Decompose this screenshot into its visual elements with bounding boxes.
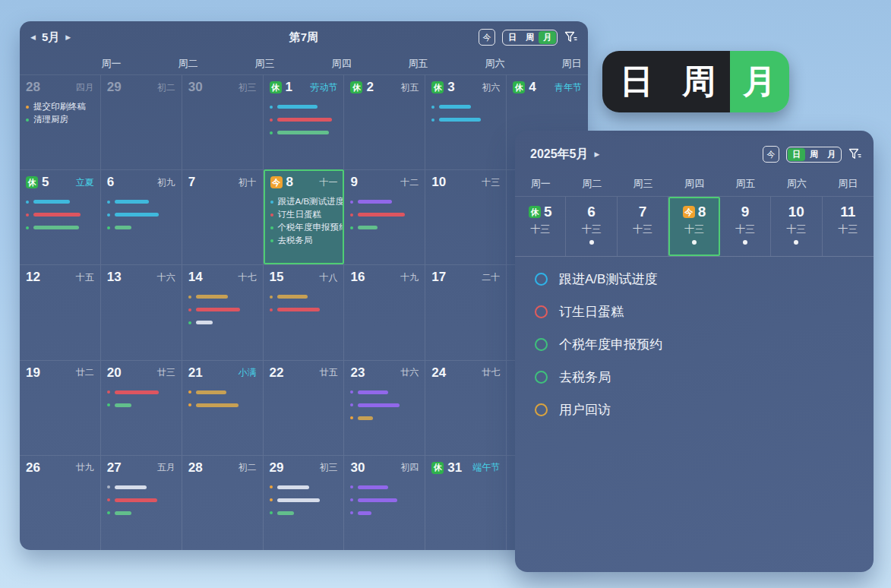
calendar-cell[interactable]: 26廿九 (20, 455, 101, 550)
calendar-cell[interactable]: 20廿三 (101, 360, 182, 455)
back-to-today-icon[interactable]: 今 (479, 29, 495, 46)
calendar-cell[interactable]: 17二十 (425, 264, 507, 359)
event-item[interactable]: 提交印刷终稿 (26, 100, 94, 113)
calendar-cell[interactable]: 16十九 (344, 264, 425, 359)
event-bar-item[interactable] (26, 195, 94, 208)
calendar-cell[interactable]: 6初九 (101, 169, 182, 264)
badge-view-option-day[interactable]: 日 (602, 51, 668, 112)
calendar-cell[interactable]: 22廿五 (264, 360, 345, 455)
event-bar-item[interactable] (188, 303, 257, 316)
task-status-circle[interactable] (535, 371, 548, 384)
prev-month-arrow-icon[interactable]: ◀ (30, 33, 36, 41)
event-bar-item[interactable] (350, 507, 419, 520)
task-item[interactable]: 去税务局 (535, 361, 874, 394)
event-bar-item[interactable] (107, 507, 175, 520)
event-bar-item[interactable] (26, 208, 94, 221)
task-status-circle[interactable] (535, 403, 548, 416)
next-month-arrow-icon[interactable]: ▶ (595, 150, 600, 158)
event-item[interactable]: 订生日蛋糕 (270, 208, 338, 221)
event-bar-item[interactable] (26, 221, 94, 234)
badge-view-option-week[interactable]: 周 (668, 51, 730, 112)
event-bar-item[interactable] (270, 290, 338, 303)
event-bar-item[interactable] (270, 126, 338, 139)
event-item[interactable]: 跟进A/B测试进度 (270, 195, 338, 208)
event-bar-item[interactable] (350, 386, 419, 399)
view-option-week[interactable]: 周 (805, 148, 823, 161)
calendar-cell[interactable]: 15十八 (264, 264, 345, 359)
event-item[interactable]: 去税务局 (270, 234, 338, 247)
calendar-cell[interactable]: 28初二 (182, 455, 264, 550)
week-day-cell[interactable]: 休5十三 (515, 197, 566, 256)
calendar-cell-today[interactable]: 今8十一跟进A/B测试进度订生日蛋糕个税年度申报预约去税务局 (264, 169, 345, 264)
event-bar-item[interactable] (350, 221, 419, 234)
week-day-cell-today[interactable]: 今8十三 (668, 197, 719, 256)
calendar-cell[interactable]: 30初四 (344, 455, 425, 550)
event-bar-item[interactable] (107, 386, 175, 399)
event-bar-item[interactable] (350, 399, 419, 412)
filter-icon[interactable] (564, 31, 577, 43)
event-item[interactable]: 清理厨房 (26, 113, 94, 126)
task-status-circle[interactable] (535, 305, 548, 318)
calendar-cell[interactable]: 19廿二 (20, 360, 101, 455)
event-bar-item[interactable] (350, 195, 419, 208)
task-item[interactable]: 个税年度申报预约 (535, 328, 874, 361)
event-bar-item[interactable] (107, 221, 175, 234)
calendar-cell[interactable]: 27五月 (101, 455, 182, 550)
event-bar-item[interactable] (188, 316, 257, 329)
event-bar-item[interactable] (270, 100, 338, 113)
event-bar-item[interactable] (350, 494, 419, 507)
week-day-cell[interactable]: 10十三 (771, 197, 822, 256)
week-day-cell[interactable]: 7十三 (618, 197, 668, 256)
event-bar-item[interactable] (350, 412, 419, 425)
view-option-day[interactable]: 日 (788, 148, 805, 161)
calendar-cell[interactable]: 29初三 (264, 455, 345, 550)
event-bar-item[interactable] (431, 100, 500, 113)
task-item[interactable]: 订生日蛋糕 (535, 296, 874, 328)
next-month-arrow-icon[interactable]: ▶ (65, 33, 71, 41)
event-bar-item[interactable] (270, 507, 338, 520)
event-bar-item[interactable] (431, 113, 500, 126)
calendar-cell[interactable]: 28四月提交印刷终稿清理厨房 (20, 74, 101, 169)
event-bar-item[interactable] (270, 494, 338, 507)
event-bar-item[interactable] (107, 195, 175, 208)
calendar-cell[interactable]: 23廿六 (344, 360, 425, 455)
event-bar-item[interactable] (188, 290, 257, 303)
event-bar-item[interactable] (188, 399, 257, 412)
calendar-cell[interactable]: 9十二 (344, 169, 425, 264)
view-option-week[interactable]: 周 (521, 31, 539, 44)
calendar-cell[interactable]: 30初三 (182, 74, 264, 169)
calendar-cell[interactable]: 12十五 (20, 264, 101, 359)
view-option-month[interactable]: 月 (539, 31, 556, 44)
week-day-cell[interactable]: 11十三 (823, 197, 874, 256)
calendar-cell[interactable]: 14十七 (182, 264, 264, 359)
event-bar-item[interactable] (188, 386, 257, 399)
week-day-cell[interactable]: 9十三 (720, 197, 771, 256)
task-status-circle[interactable] (535, 338, 548, 351)
view-option-day[interactable]: 日 (504, 31, 521, 44)
badge-view-option-month[interactable]: 月 (730, 51, 789, 112)
event-bar-item[interactable] (107, 399, 175, 412)
event-bar-item[interactable] (107, 208, 175, 221)
back-to-today-icon[interactable]: 今 (763, 146, 779, 163)
event-bar-item[interactable] (107, 494, 175, 507)
calendar-cell[interactable]: 休2初五 (344, 74, 425, 169)
calendar-cell[interactable]: 21小满 (182, 360, 264, 455)
view-option-month[interactable]: 月 (823, 148, 840, 161)
event-bar-item[interactable] (350, 481, 419, 494)
calendar-cell[interactable]: 29初二 (101, 74, 182, 169)
event-item[interactable]: 个税年度申报预约 (270, 221, 338, 234)
calendar-cell[interactable]: 10十三 (425, 169, 507, 264)
event-bar-item[interactable] (350, 208, 419, 221)
calendar-cell[interactable]: 休3初六 (425, 74, 507, 169)
task-item[interactable]: 用户回访 (535, 394, 874, 426)
week-day-cell[interactable]: 6十三 (566, 197, 617, 256)
task-status-circle[interactable] (535, 273, 548, 286)
filter-icon[interactable] (848, 148, 861, 160)
calendar-cell[interactable]: 24廿七 (425, 360, 507, 455)
calendar-cell[interactable]: 休5立夏 (20, 169, 101, 264)
event-bar-item[interactable] (270, 303, 338, 316)
calendar-cell[interactable]: 7初十 (182, 169, 264, 264)
calendar-cell[interactable]: 13十六 (101, 264, 182, 359)
event-bar-item[interactable] (270, 113, 338, 126)
task-item[interactable]: 跟进A/B测试进度 (535, 263, 874, 296)
